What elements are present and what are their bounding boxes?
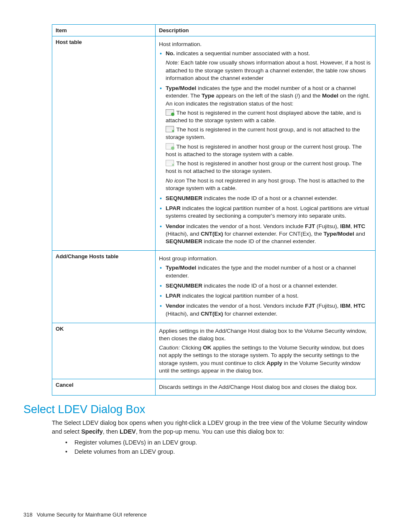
bullet-item: SEQNUMBER indicates the node ID of a hos… xyxy=(166,195,372,202)
para-text: Applies settings in the Add/Change Host … xyxy=(159,327,372,342)
desc-cell: Discards settings in the Add/Change Host… xyxy=(156,379,376,396)
bullet-item: LPAR indicates the logical partition num… xyxy=(166,292,372,300)
host-other-group-not-attached-icon xyxy=(166,160,174,166)
item-cell: Host table xyxy=(52,36,156,251)
intro-text: Host information. xyxy=(159,41,372,48)
host-registered-not-attached-icon xyxy=(166,126,174,132)
icon-desc: The host is registered in another host g… xyxy=(166,160,372,175)
bullet-list: No. indicates a sequential number associ… xyxy=(159,50,372,245)
host-other-group-attached-icon xyxy=(166,143,174,149)
table-row: OK Applies settings in the Add/Change Ho… xyxy=(52,323,376,379)
col-header-desc: Description xyxy=(156,25,376,36)
table-row: Host table Host information. No. indicat… xyxy=(52,36,376,251)
item-cell: Cancel xyxy=(52,379,156,396)
reference-table: Item Description Host table Host informa… xyxy=(52,24,376,396)
desc-cell: Applies settings in the Add/Change Host … xyxy=(156,323,376,379)
bullet-item: SEQNUMBER indicates the node ID of a hos… xyxy=(166,282,372,290)
table-row: Add/Change Hosts table Host group inform… xyxy=(52,251,376,323)
section-body: The Select LDEV dialog box opens when yo… xyxy=(52,419,376,436)
item-cell: OK xyxy=(52,323,156,379)
note-text: Note: Each table row usually shows infor… xyxy=(166,59,372,82)
bullet-item: Type/Model indicates the type and the mo… xyxy=(166,85,372,192)
page-number: 318 xyxy=(23,511,33,518)
section-bullets: Register volumes (LDEVs) in an LDEV grou… xyxy=(65,439,376,455)
caution-text: Caution: Clicking OK applies the setting… xyxy=(159,344,372,375)
host-registered-attached-icon xyxy=(166,109,174,116)
icon-desc: The host is registered in another host g… xyxy=(166,143,372,158)
footer-text: Volume Security for Mainframe GUI refere… xyxy=(37,511,147,518)
item-cell: Add/Change Hosts table xyxy=(52,251,156,323)
list-item: Delete volumes from an LDEV group. xyxy=(65,448,376,455)
bullet-item: No. indicates a sequential number associ… xyxy=(166,50,372,82)
page-footer: 318Volume Security for Mainframe GUI ref… xyxy=(23,511,147,518)
bullet-item: Vendor indicates the vendor of a host. V… xyxy=(166,223,372,246)
bullet-item: Type/Model indicates the type and the mo… xyxy=(166,264,372,279)
col-header-item: Item xyxy=(52,25,156,36)
intro-text: Host group information. xyxy=(159,255,372,262)
bullet-item: Vendor indicates the vendor of a host. V… xyxy=(166,302,372,317)
desc-cell: Host information. No. indicates a sequen… xyxy=(156,36,376,251)
icon-desc: The host is registered in the current ho… xyxy=(166,126,372,141)
icon-desc: The host is registered in the current ho… xyxy=(166,109,372,124)
bullet-item: LPAR indicates the logical partition num… xyxy=(166,205,372,220)
noicon-desc: No icon The host is not registered in an… xyxy=(166,177,372,192)
section-heading: Select LDEV Dialog Box xyxy=(23,403,376,416)
list-item: Register volumes (LDEVs) in an LDEV grou… xyxy=(65,439,376,446)
para-text: Discards settings in the Add/Change Host… xyxy=(159,383,372,391)
table-row: Cancel Discards settings in the Add/Chan… xyxy=(52,379,376,396)
desc-cell: Host group information. Type/Model indic… xyxy=(156,251,376,323)
bullet-list: Type/Model indicates the type and the mo… xyxy=(159,264,372,317)
